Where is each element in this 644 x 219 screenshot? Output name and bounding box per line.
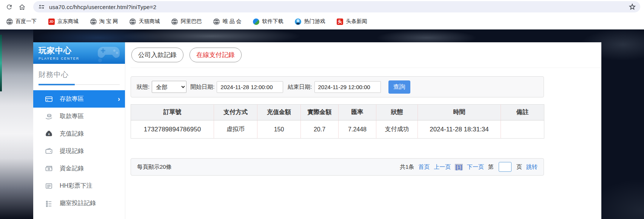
sidebar-item-label: 取款專區 bbox=[60, 113, 84, 120]
url-text[interactable]: usa70.cc/hhcp/usercenter.html?iniType=2 bbox=[49, 4, 628, 10]
globe-icon bbox=[6, 18, 13, 25]
sidebar-menu: 存款專區 › 取款專區 ¥ 充值記錄 bbox=[33, 90, 125, 212]
game-penguin-icon bbox=[295, 18, 302, 25]
cell-recharge-amount: 150 bbox=[257, 120, 301, 139]
cell-exchange-rate: 7.2448 bbox=[339, 120, 376, 139]
col-recharge-amount: 充值金額 bbox=[257, 105, 301, 120]
background-teal-streak bbox=[0, 35, 2, 91]
bookmark-star-icon[interactable] bbox=[628, 3, 636, 11]
bookmark-tmall[interactable]: 天猫商城 bbox=[129, 18, 160, 25]
cell-pay-method: 虚拟币 bbox=[214, 120, 257, 139]
money-bag-icon: ¥ bbox=[45, 130, 53, 138]
bookmarks-bar: 百度一下 JD 京东商城 淘 宝 网 天猫商城 阿里巴巴 唯 品 会 bbox=[0, 14, 644, 29]
table-row: 1732789894786950 虚拟币 150 20.7 7.2448 支付成… bbox=[131, 120, 544, 139]
col-remark: 備註 bbox=[501, 105, 544, 120]
bookmark-toutiao[interactable]: 头 头条新闻 bbox=[337, 18, 367, 25]
bookmark-label: 唯 品 会 bbox=[223, 18, 242, 25]
status-select[interactable]: 全部 bbox=[152, 81, 186, 93]
page-size-text: 每頁顯示20條 bbox=[137, 163, 172, 171]
cell-order-no: 1732789894786950 bbox=[131, 120, 214, 139]
toutiao-logo-icon: 头 bbox=[337, 18, 344, 25]
clipboard-list-icon bbox=[45, 199, 53, 207]
home-icon bbox=[18, 3, 26, 11]
record-tabs: 公司入款記錄 在線支付記錄 bbox=[131, 46, 601, 68]
reload-icon bbox=[6, 3, 13, 11]
sidebar-item-hh-lottery-bets[interactable]: HH彩票下注 bbox=[33, 177, 125, 194]
col-exchange-rate: 匯率 bbox=[339, 105, 376, 120]
sidebar-item-withdraw[interactable]: 取款專區 bbox=[33, 108, 125, 125]
address-bar[interactable]: usa70.cc/hhcp/usercenter.html?iniType=2 bbox=[33, 1, 640, 12]
section-divider bbox=[39, 84, 120, 85]
cell-actual-amount: 20.7 bbox=[301, 120, 339, 139]
payment-records-table: 訂單號 支付方式 充值金額 實際金額 匯率 狀態 時間 備註 173278989 bbox=[131, 104, 544, 139]
sidebar-item-label: 廳室投註記錄 bbox=[60, 199, 96, 207]
sidebar-item-recharge-record[interactable]: ¥ 充值記錄 bbox=[33, 125, 125, 142]
current-page-indicator: [1] bbox=[455, 164, 463, 170]
goto-jump-link[interactable]: 跳转 bbox=[526, 163, 538, 171]
bookmark-label: 阿里巴巴 bbox=[181, 18, 202, 25]
screen: usa70.cc/hhcp/usercenter.html?iniType=2 … bbox=[0, 0, 644, 219]
bookmark-label: 热门游戏 bbox=[304, 18, 325, 25]
end-date-input[interactable] bbox=[314, 81, 381, 93]
col-actual-amount: 實際金額 bbox=[301, 105, 339, 120]
start-date-input[interactable] bbox=[217, 81, 283, 93]
globe-icon bbox=[171, 18, 178, 25]
sidebar-item-deposit[interactable]: 存款專區 › bbox=[33, 90, 125, 108]
hand-coins-icon bbox=[45, 112, 53, 120]
main-content: 公司入款記錄 在線支付記錄 狀態: 全部 開始日期: 結束日期: 查詢 bbox=[125, 42, 601, 219]
start-date-label: 開始日期: bbox=[190, 83, 214, 91]
sidebar-header: 玩家中心 PLAYERS CENTER bbox=[33, 42, 125, 64]
banknote-icon bbox=[45, 164, 53, 173]
end-date-label: 結束日期: bbox=[288, 83, 312, 91]
cell-status: 支付成功 bbox=[376, 120, 418, 139]
home-button[interactable] bbox=[17, 2, 27, 12]
bookmark-software[interactable]: 软件下载 bbox=[253, 18, 283, 25]
sidebar-section: 財務中心 bbox=[33, 64, 125, 85]
sidebar-item-label: 充值記錄 bbox=[60, 130, 84, 138]
sidebar: 玩家中心 PLAYERS CENTER 財務中心 bbox=[33, 42, 125, 219]
sidebar-item-withdraw-record[interactable]: 提現記錄 bbox=[33, 142, 125, 160]
total-count-text: 共1条 bbox=[400, 163, 414, 171]
background-left-gradient bbox=[0, 29, 33, 219]
goto-prefix-text: 第 bbox=[488, 163, 494, 171]
bookmark-baidu[interactable]: 百度一下 bbox=[6, 18, 37, 25]
wallet-icon bbox=[45, 147, 53, 155]
goto-page-input[interactable] bbox=[499, 162, 512, 172]
globe-icon bbox=[129, 18, 136, 25]
tab-company-deposit-record[interactable]: 公司入款記錄 bbox=[131, 48, 183, 62]
tab-online-payment-record[interactable]: 在線支付記錄 bbox=[190, 48, 242, 62]
prev-page-link[interactable]: 上一页 bbox=[434, 163, 451, 171]
sidebar-item-label: 提現記錄 bbox=[60, 147, 84, 155]
bookmark-jd[interactable]: JD 京东商城 bbox=[48, 18, 79, 25]
sidebar-item-label: 存款專區 bbox=[60, 95, 84, 103]
bookmark-label: 百度一下 bbox=[15, 18, 37, 25]
bookmark-label: 京东商城 bbox=[57, 18, 79, 25]
col-status: 狀態 bbox=[376, 105, 418, 120]
bookmark-vip[interactable]: 唯 品 会 bbox=[213, 18, 242, 25]
svg-text:¥: ¥ bbox=[48, 132, 50, 136]
list-icon bbox=[45, 182, 53, 190]
jd-logo-icon: JD bbox=[48, 18, 55, 25]
sidebar-item-room-bet-record[interactable]: 廳室投註記錄 bbox=[33, 194, 125, 212]
search-button[interactable]: 查詢 bbox=[388, 80, 410, 94]
bookmark-alibaba[interactable]: 阿里巴巴 bbox=[171, 18, 202, 25]
software-download-icon bbox=[253, 18, 260, 25]
bookmark-games[interactable]: 热门游戏 bbox=[295, 18, 325, 25]
bookmark-taobao[interactable]: 淘 宝 网 bbox=[90, 18, 118, 25]
globe-icon bbox=[90, 18, 97, 25]
bookmark-label: 天猫商城 bbox=[139, 18, 160, 25]
table-header-row: 訂單號 支付方式 充值金額 實際金額 匯率 狀態 時間 備註 bbox=[131, 105, 544, 120]
sidebar-item-label: HH彩票下注 bbox=[60, 182, 92, 190]
bookmark-label: 软件下载 bbox=[262, 18, 283, 25]
cell-remark bbox=[501, 120, 544, 139]
site-info-icon[interactable] bbox=[38, 3, 45, 11]
browser-chrome: usa70.cc/hhcp/usercenter.html?iniType=2 … bbox=[0, 0, 644, 29]
globe-icon bbox=[213, 18, 220, 25]
sidebar-item-funds-record[interactable]: 資金記錄 bbox=[33, 160, 125, 177]
next-page-link[interactable]: 下一页 bbox=[467, 163, 484, 171]
filter-bar: 狀態: 全部 開始日期: 結束日期: 查詢 bbox=[131, 76, 544, 97]
reload-button[interactable] bbox=[4, 2, 14, 12]
sidebar-item-label: 資金記錄 bbox=[60, 165, 84, 173]
first-page-link[interactable]: 首页 bbox=[418, 163, 430, 171]
bank-card-icon bbox=[45, 95, 53, 103]
